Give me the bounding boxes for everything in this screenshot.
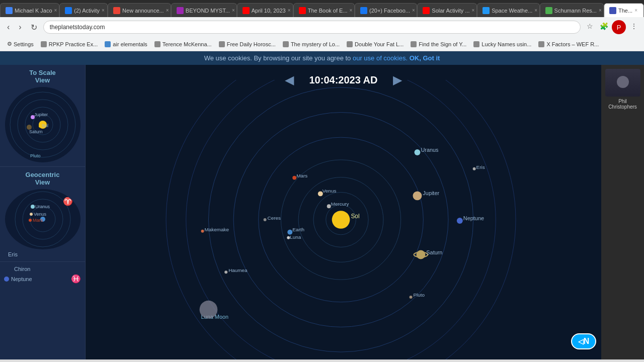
cookie-ok-button[interactable]: OK, Got it [410, 54, 440, 62]
pluto-label: Pluto [414, 292, 425, 298]
tab-11[interactable]: The... × [604, 3, 644, 17]
svg-text:Venus: Venus [34, 212, 47, 217]
browser-chrome: Michael K Jaco × (2) Activity × New anno… [0, 0, 644, 51]
svg-text:Sol: Sol [42, 123, 48, 128]
makemake-planet[interactable] [201, 230, 204, 233]
svg-text:Pluto: Pluto [30, 153, 41, 158]
tab-10[interactable]: Schumann Res... × [540, 3, 604, 17]
reload-button[interactable]: ↻ [28, 21, 40, 34]
prev-date-button[interactable]: ◀ [280, 71, 299, 89]
right-panel: Phil Christophers [601, 65, 644, 359]
to-scale-svg: Jupiter Sol Saturn Pluto [5, 87, 80, 162]
bookmark-terence[interactable]: Terence McKenna... [151, 40, 215, 48]
solar-system-container: ◀ 10:04:2023 AD ▶ Sol Mercury [86, 65, 601, 359]
cookie-banner: We use cookies. By browsing our site you… [0, 51, 644, 65]
next-date-button[interactable]: ▶ [388, 71, 407, 89]
menu-icon[interactable]: ⋮ [628, 20, 640, 32]
tab-bar: Michael K Jaco × (2) Activity × New anno… [0, 0, 644, 17]
jupiter-planet[interactable] [413, 191, 422, 200]
url-input[interactable] [43, 21, 581, 34]
neptune-label: Neptune [463, 215, 484, 221]
tab-3[interactable]: New announce... × [108, 3, 171, 17]
back-button[interactable]: ‹ [4, 21, 13, 34]
tab-2[interactable]: (2) Activity × [59, 3, 108, 17]
tab-4[interactable]: BEYOND MYST... × [171, 3, 237, 17]
tab-6[interactable]: The Book of E... × [293, 3, 355, 17]
solar-header: ◀ 10:04:2023 AD ▶ [86, 65, 601, 95]
bookmark-icon[interactable]: ☆ [584, 20, 596, 32]
bookmark-horoscope[interactable]: Free Daily Horosc... [216, 40, 279, 48]
neptune-planet[interactable] [457, 218, 463, 224]
mars-planet[interactable] [292, 176, 296, 180]
geocentric-view[interactable]: ♈ Uranus Venus Mars [5, 189, 80, 249]
tab-7[interactable]: (20+) Faceboo... × [355, 3, 417, 17]
svg-text:Jupiter: Jupiter [34, 112, 48, 117]
svg-point-21 [29, 219, 32, 222]
date-display: 10:04:2023 AD [309, 74, 377, 86]
luna-label: Luna [290, 234, 301, 240]
makemake-label: Makemake [204, 227, 229, 232]
bookmark-sign[interactable]: Find the Sign of Y... [408, 40, 469, 48]
eris-planet[interactable] [473, 167, 476, 170]
haumea-planet[interactable] [224, 270, 227, 274]
jupiter-label: Jupiter [423, 190, 439, 196]
svg-text:Saturn: Saturn [29, 129, 43, 134]
geocentric-section: Geocentric View ♈ Uranus Venu [0, 167, 85, 262]
venus-label: Venus [323, 188, 337, 194]
profile-name: Phil Christophers [605, 99, 640, 110]
profile-icon[interactable]: P [612, 20, 626, 34]
haumea-label: Haumea [228, 267, 248, 273]
tab-1[interactable]: Michael K Jaco × [0, 3, 59, 17]
neptune-row: Neptune ♓ [4, 274, 81, 284]
eris-label: Eris [476, 164, 485, 170]
svg-text:Mars: Mars [33, 218, 43, 223]
saturn-planet[interactable] [416, 250, 425, 259]
sidebar-bottom: Chiron Neptune ♓ [0, 262, 85, 359]
chiron-label: Chiron [14, 266, 81, 272]
pluto-planet[interactable] [410, 296, 413, 299]
profile-avatar [605, 69, 640, 97]
svg-text:Uranus: Uranus [35, 204, 50, 209]
ceres-label: Ceres [268, 215, 281, 221]
earth-label: Earth [292, 227, 304, 232]
sidebar: To Scale View Jupiter Sol [0, 65, 86, 359]
neptune-dot [4, 277, 9, 282]
tab-8[interactable]: Solar Activity ... × [417, 3, 477, 17]
main-content: To Scale View Jupiter Sol [0, 65, 644, 359]
geocentric-svg: ♈ Uranus Venus Mars [5, 189, 80, 249]
tab-5[interactable]: April 10, 2023 × [237, 3, 293, 17]
to-scale-view[interactable]: Jupiter Sol Saturn Pluto [5, 87, 80, 162]
tab-9[interactable]: Space Weathe... × [477, 3, 539, 17]
mercury-planet[interactable] [327, 204, 331, 208]
mars-label: Mars [296, 173, 307, 178]
extensions-icon[interactable]: 🧩 [598, 20, 610, 32]
to-scale-section: To Scale View Jupiter Sol [0, 65, 85, 167]
solar-system-svg: Sol Mercury Venus Earth Luna Mars Ceres … [86, 80, 601, 359]
bookmark-double[interactable]: Double Your Fat L... [344, 40, 407, 48]
bookmarks-bar: ⚙ Settings RPKP Practice Ex... air eleme… [0, 37, 644, 51]
bookmark-xfactors[interactable]: X Factors – WEF R... [535, 40, 602, 48]
uranus-label: Uranus [421, 147, 439, 153]
sol-planet[interactable] [332, 211, 350, 229]
to-scale-title: To Scale View [4, 69, 81, 84]
sol-label: Sol [351, 213, 359, 220]
bookmark-lucky[interactable]: Lucky Names usin... [470, 40, 534, 48]
saturn-label: Saturn [426, 249, 442, 255]
bookmark-mystery[interactable]: The mystery of Lo... [280, 40, 343, 48]
bookmark-air[interactable]: air elementals [102, 40, 150, 48]
svg-point-19 [30, 213, 33, 216]
forward-button[interactable]: › [16, 21, 24, 34]
bookmark-rpkp[interactable]: RPKP Practice Ex... [38, 40, 101, 48]
bookmark-settings[interactable]: ⚙ Settings [4, 40, 37, 48]
mercury-label: Mercury [331, 201, 349, 207]
pisces-symbol: ♓ [71, 274, 81, 284]
n-button[interactable]: ◁ N [571, 333, 596, 349]
luna-moon-circle [200, 301, 218, 319]
uranus-planet[interactable] [414, 149, 420, 155]
eris-label: Eris [8, 251, 81, 257]
svg-text:♈: ♈ [63, 197, 73, 206]
nav-bar: ‹ › ↻ ☆ 🧩 P ⋮ [0, 17, 644, 37]
cookie-link[interactable]: our use of cookies. [353, 54, 408, 62]
geocentric-title: Geocentric View [4, 171, 81, 186]
ceres-planet[interactable] [264, 218, 267, 221]
